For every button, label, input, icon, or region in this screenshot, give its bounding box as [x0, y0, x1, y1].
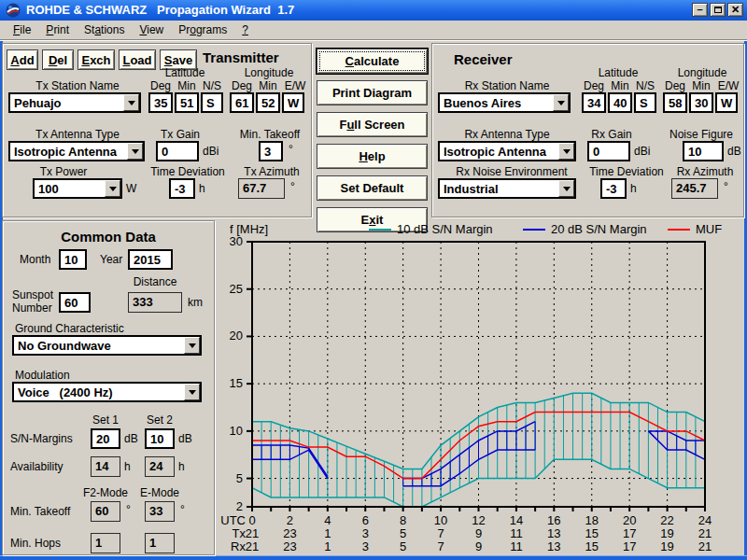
month-label: Month: [20, 253, 50, 266]
modulation-combo[interactable]: Voice (2400 Hz): [12, 382, 202, 402]
availability-set2-field: 24: [145, 456, 175, 477]
dropdown-arrow-icon[interactable]: [105, 180, 120, 197]
sunspot-field[interactable]: 60: [59, 292, 91, 313]
tx-antenna-label: Tx Antenna Type: [12, 128, 143, 141]
exch-button[interactable]: Exch: [78, 49, 115, 70]
tx-azimuth-label: Tx Azimuth: [233, 165, 311, 178]
min-takeoff-e-field: 33: [145, 501, 175, 522]
title-bar: ROHDE & SCHWARZ Propagation Wizard 1.7 –…: [0, 0, 747, 21]
close-button[interactable]: ✕: [727, 3, 743, 17]
rx-gain-field[interactable]: 0: [587, 141, 630, 161]
year-field[interactable]: 2015: [128, 249, 173, 270]
tx-antenna-combo[interactable]: Isotropic Antenna: [8, 141, 145, 161]
svg-text:11: 11: [510, 526, 523, 540]
tx-lon-ew-field[interactable]: W: [282, 92, 304, 113]
rx-lon-min-field[interactable]: 30: [689, 92, 713, 113]
maximize-button[interactable]: [710, 3, 726, 17]
svg-text:21: 21: [246, 539, 259, 553]
svg-text:5: 5: [236, 471, 243, 485]
menu-help[interactable]: ?: [234, 21, 256, 38]
rx-noise-field[interactable]: 10: [683, 141, 724, 161]
tx-lat-min-field[interactable]: 51: [175, 92, 199, 113]
tx-lon-min-field[interactable]: 52: [256, 92, 280, 113]
rx-timedev-field[interactable]: -3: [600, 178, 627, 199]
tx-lat-ns-field[interactable]: S: [201, 92, 223, 113]
tx-power-combo[interactable]: 100: [33, 178, 122, 199]
year-label: Year: [100, 253, 122, 266]
tx-lat-deg-field[interactable]: 35: [148, 92, 173, 113]
tx-timedev-field[interactable]: -3: [169, 178, 195, 199]
sunspot-label-line1: Sunspot: [12, 288, 53, 301]
rx-station-combo[interactable]: Buenos Aires: [438, 92, 571, 113]
tx-gain-field[interactable]: 0: [156, 141, 199, 161]
tx-lat-deg-label: Deg: [148, 79, 173, 92]
del-button[interactable]: Del: [42, 49, 74, 70]
rx-gain-label: Rx Gain: [574, 128, 649, 141]
action-button-column: CalculatePrint DiagramFull ScreenHelpSet…: [317, 49, 428, 235]
tx-lon-deg-field[interactable]: 61: [230, 92, 254, 113]
receiver-title: Receiver: [454, 51, 513, 67]
set-default-button[interactable]: Set Default: [317, 175, 428, 201]
tx-lon-ew-label: E/W: [281, 79, 309, 92]
svg-text:7: 7: [437, 539, 444, 553]
rx-lon-ew-field[interactable]: W: [715, 92, 738, 113]
dropdown-arrow-icon[interactable]: [127, 143, 143, 160]
dropdown-arrow-icon[interactable]: [558, 180, 574, 197]
tx-station-combo[interactable]: Pehuajo: [8, 92, 141, 113]
dropdown-arrow-icon[interactable]: [558, 143, 574, 160]
menu-programs[interactable]: Programs: [171, 21, 234, 38]
minimize-button[interactable]: –: [692, 3, 708, 17]
exit-button[interactable]: Exit: [317, 207, 428, 232]
distance-field: 333: [128, 292, 182, 313]
svg-text:13: 13: [547, 539, 560, 553]
rx-noise-label: Noise Figure: [658, 128, 744, 141]
rx-lat-deg-label: Deg: [582, 79, 606, 92]
rx-azimuth-field: 245.7: [671, 178, 718, 199]
sn-set2-unit: dB: [178, 432, 192, 445]
svg-text:21: 21: [246, 526, 259, 540]
set1-label: Set 1: [85, 413, 126, 427]
dropdown-arrow-icon[interactable]: [184, 337, 200, 354]
sn-set2-field[interactable]: 10: [145, 428, 175, 449]
menu-view[interactable]: View: [132, 21, 171, 38]
help-button[interactable]: Help: [317, 144, 428, 169]
menu-print[interactable]: Print: [38, 21, 77, 38]
add-button[interactable]: Add: [7, 49, 38, 70]
rx-env-combo[interactable]: Industrial: [438, 178, 576, 199]
common-data-panel: Common Data Month 10 Year 2015 Distance …: [2, 220, 215, 555]
print-diagram-button[interactable]: Print Diagram: [317, 80, 428, 105]
full-screen-button[interactable]: Full Screen: [317, 112, 428, 137]
sn-set1-field[interactable]: 20: [91, 428, 120, 449]
dropdown-arrow-icon[interactable]: [123, 94, 139, 111]
legend-line-2: [523, 229, 545, 231]
ground-combo[interactable]: No Groundwave: [12, 335, 202, 356]
svg-text:23: 23: [283, 539, 296, 553]
rx-lat-min-field[interactable]: 40: [608, 92, 632, 113]
tx-gain-label: Tx Gain: [143, 128, 218, 141]
rx-lon-min-label: Min: [689, 79, 713, 92]
menu-file[interactable]: File: [6, 21, 38, 38]
legend-line-3: [668, 229, 690, 231]
svg-text:5: 5: [400, 526, 406, 540]
rx-lat-deg-field[interactable]: 34: [582, 92, 606, 113]
rx-lon-deg-field[interactable]: 58: [663, 92, 687, 113]
legend-label-2: 20 dB S/N Margin: [551, 222, 647, 236]
rx-lat-ns-field[interactable]: S: [634, 92, 656, 113]
calculate-button[interactable]: Calculate: [317, 49, 428, 74]
series-band-20-db-s-n-margin: [252, 422, 705, 486]
rx-antenna-combo[interactable]: Isotropic Antenna: [438, 141, 576, 161]
tx-takeoff-field[interactable]: 3: [259, 141, 283, 161]
chart-y-axis-title: f [MHz]: [230, 222, 268, 236]
tx-azimuth-field: 67.7: [238, 178, 285, 199]
svg-text:Rx: Rx: [231, 539, 246, 553]
month-field[interactable]: 10: [59, 249, 87, 270]
dropdown-arrow-icon[interactable]: [184, 384, 200, 400]
app-icon: [6, 3, 21, 18]
svg-text:9: 9: [475, 539, 482, 553]
set2-label: Set 2: [139, 413, 180, 427]
svg-text:16: 16: [547, 513, 560, 527]
rx-lat-ns-label: N/S: [633, 79, 657, 92]
menu-stations[interactable]: Stations: [77, 21, 132, 38]
app-window: ROHDE & SCHWARZ Propagation Wizard 1.7 –…: [0, 0, 747, 560]
dropdown-arrow-icon[interactable]: [553, 94, 569, 111]
